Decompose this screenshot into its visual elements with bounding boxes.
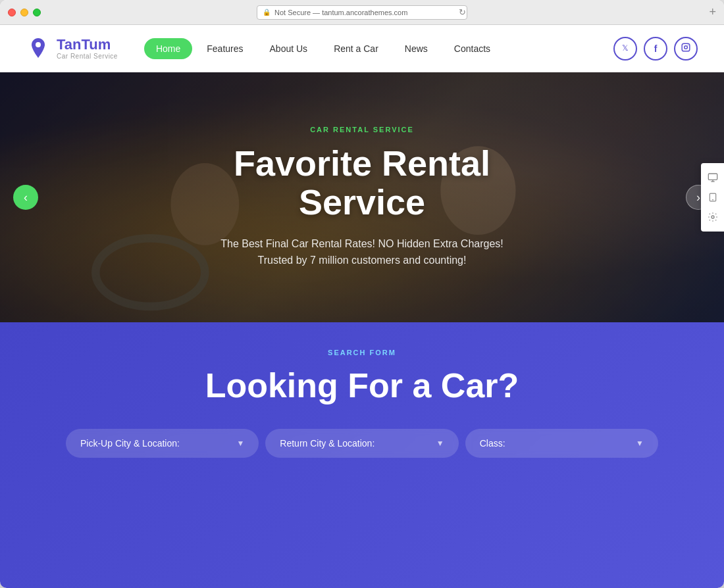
search-section: SEARCH FORM Looking For a Car? Pick-Up C… (0, 322, 724, 588)
desktop-view-button[interactable] (704, 168, 722, 187)
main-nav: Home Features About Us Rent a Car News C… (144, 38, 613, 59)
device-panel (701, 163, 724, 232)
refresh-button[interactable]: ↻ (459, 7, 466, 17)
svg-point-0 (36, 42, 41, 47)
hero-title-line1: Favorite Rental (234, 144, 490, 183)
svg-point-2 (685, 46, 688, 49)
chevron-right-icon: › (696, 191, 700, 205)
instagram-social-button[interactable] (674, 37, 698, 61)
logo-tum: Tum (81, 36, 111, 53)
browser-window: 🔒 Not Secure — tantum.ancorathemes.com ↻… (0, 0, 724, 588)
slider-prev-button[interactable]: ‹ (13, 185, 38, 210)
facebook-icon: f (654, 43, 658, 54)
search-form-row: Pick-Up City & Location: ▼ Return City &… (66, 429, 658, 458)
class-dropdown[interactable]: Class: ▼ (465, 429, 658, 458)
tablet-view-button[interactable] (704, 188, 722, 207)
logo-area: TanTum Car Rental Service (26, 37, 118, 61)
address-bar[interactable]: 🔒 Not Secure — tantum.ancorathemes.com (257, 5, 467, 20)
title-bar: 🔒 Not Secure — tantum.ancorathemes.com ↻… (0, 0, 724, 25)
close-button[interactable] (8, 9, 16, 16)
lock-icon: 🔒 (263, 9, 271, 16)
hero-section: CAR RENTAL SERVICE Favorite Rental Servi… (0, 72, 724, 322)
search-form-title: Looking For a Car? (205, 366, 519, 405)
logo-tan: Tan (57, 36, 81, 53)
hero-desc-line1: The Best Final Car Rental Rates! NO Hidd… (220, 235, 504, 253)
chevron-left-icon: ‹ (24, 191, 28, 205)
nav-about[interactable]: About Us (258, 38, 320, 59)
traffic-lights (8, 9, 41, 16)
logo-name: TanTum (57, 37, 118, 53)
hero-desc-line2: Trusted by 7 million customers and count… (220, 252, 504, 269)
browser-content: TanTum Car Rental Service Home Features … (0, 25, 724, 588)
nav-home[interactable]: Home (144, 38, 192, 59)
hero-content: CAR RENTAL SERVICE Favorite Rental Servi… (0, 72, 724, 322)
svg-point-3 (688, 45, 688, 45)
url-text: Not Secure — tantum.ancorathemes.com (274, 9, 407, 16)
hero-title-line2: Service (234, 183, 490, 222)
facebook-social-button[interactable]: f (644, 37, 667, 61)
twitter-icon: 𝕏 (622, 43, 629, 53)
settings-view-button[interactable] (704, 208, 722, 226)
nav-features[interactable]: Features (195, 38, 255, 59)
hero-description: The Best Final Car Rental Rates! NO Hidd… (220, 235, 504, 269)
maximize-button[interactable] (33, 9, 41, 16)
return-label: Return City & Location: (280, 438, 375, 449)
nav-contacts[interactable]: Contacts (442, 38, 502, 59)
hero-sub-label: CAR RENTAL SERVICE (310, 126, 414, 134)
svg-rect-1 (682, 43, 690, 51)
logo-icon (26, 37, 50, 61)
nav-news[interactable]: News (393, 38, 440, 59)
logo-tagline: Car Rental Service (57, 53, 118, 60)
svg-point-13 (711, 216, 714, 218)
site-header: TanTum Car Rental Service Home Features … (0, 25, 724, 72)
pickup-dropdown[interactable]: Pick-Up City & Location: ▼ (66, 429, 259, 458)
pickup-label: Pick-Up City & Location: (80, 438, 180, 449)
logo-text: TanTum Car Rental Service (57, 37, 118, 60)
search-form-label: SEARCH FORM (328, 349, 396, 356)
pickup-arrow-icon: ▼ (236, 439, 244, 448)
class-arrow-icon: ▼ (636, 439, 644, 448)
hero-title: Favorite Rental Service (234, 144, 490, 222)
social-icons: 𝕏 f (613, 37, 698, 61)
new-tab-button[interactable]: + (709, 5, 716, 19)
class-label: Class: (480, 438, 505, 449)
return-dropdown[interactable]: Return City & Location: ▼ (265, 429, 458, 458)
instagram-icon (681, 43, 690, 54)
return-arrow-icon: ▼ (436, 439, 444, 448)
minimize-button[interactable] (20, 9, 28, 16)
twitter-social-button[interactable]: 𝕏 (613, 37, 637, 61)
nav-rent-a-car[interactable]: Rent a Car (322, 38, 390, 59)
svg-rect-8 (708, 174, 717, 180)
